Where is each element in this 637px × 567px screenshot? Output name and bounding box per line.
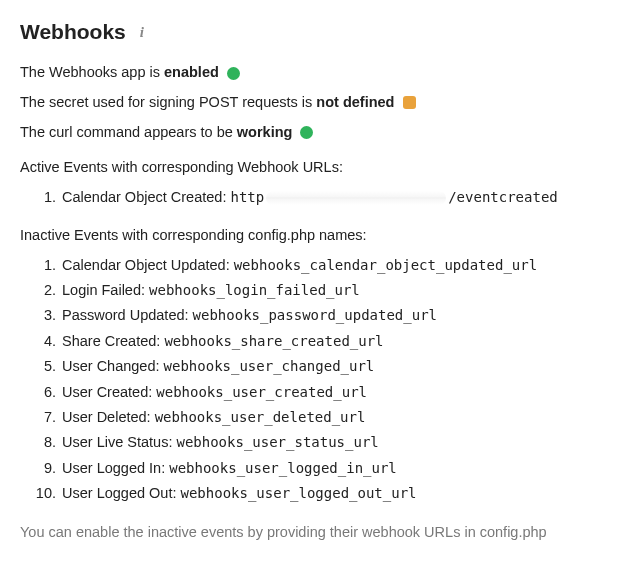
event-label: Calendar Object Created: <box>62 189 226 205</box>
status-dot-green-icon <box>227 67 240 80</box>
status-app: The Webhooks app is enabled <box>20 62 617 84</box>
list-item: Calendar Object Updated: webhooks_calend… <box>60 253 617 278</box>
status-app-state: enabled <box>164 64 219 80</box>
status-square-amber-icon <box>403 96 416 109</box>
list-item: User Live Status: webhooks_user_status_u… <box>60 430 617 455</box>
list-item: User Created: webhooks_user_created_url <box>60 380 617 405</box>
event-label: User Logged In: <box>62 460 165 476</box>
event-label: Login Failed: <box>62 282 145 298</box>
list-item: User Logged Out: webhooks_user_logged_ou… <box>60 481 617 506</box>
status-block: The Webhooks app is enabled The secret u… <box>20 62 617 143</box>
redacted-url <box>266 191 446 205</box>
config-name: webhooks_user_changed_url <box>164 358 375 374</box>
event-label: User Live Status: <box>62 434 172 450</box>
active-events-label: Active Events with corresponding Webhook… <box>20 159 617 175</box>
info-icon[interactable]: i <box>140 24 144 41</box>
list-item: Login Failed: webhooks_login_failed_url <box>60 278 617 303</box>
config-name: webhooks_user_logged_in_url <box>169 460 397 476</box>
event-label: Calendar Object Updated: <box>62 257 230 273</box>
event-label: User Deleted: <box>62 409 151 425</box>
list-item: Calendar Object Created: http/eventcreat… <box>60 185 617 210</box>
status-dot-green-icon <box>300 126 313 139</box>
footer-note: You can enable the inactive events by pr… <box>20 524 617 540</box>
config-name: webhooks_share_created_url <box>164 333 383 349</box>
status-curl-state: working <box>237 124 293 140</box>
active-events-list: Calendar Object Created: http/eventcreat… <box>20 185 617 210</box>
config-name: webhooks_login_failed_url <box>149 282 360 298</box>
list-item: Password Updated: webhooks_password_upda… <box>60 303 617 328</box>
event-url-prefix: http <box>230 189 264 205</box>
status-secret: The secret used for signing POST request… <box>20 92 617 114</box>
list-item: User Deleted: webhooks_user_deleted_url <box>60 405 617 430</box>
config-name: webhooks_user_deleted_url <box>155 409 366 425</box>
event-label: Share Created: <box>62 333 160 349</box>
status-curl-prefix: The curl command appears to be <box>20 124 237 140</box>
inactive-events-label: Inactive Events with corresponding confi… <box>20 227 617 243</box>
inactive-events-list: Calendar Object Updated: webhooks_calend… <box>20 253 617 507</box>
status-app-prefix: The Webhooks app is <box>20 64 164 80</box>
list-item: Share Created: webhooks_share_created_ur… <box>60 329 617 354</box>
config-name: webhooks_user_created_url <box>156 384 367 400</box>
page-title: Webhooks <box>20 20 126 44</box>
status-secret-prefix: The secret used for signing POST request… <box>20 94 316 110</box>
event-label: User Changed: <box>62 358 160 374</box>
list-item: User Changed: webhooks_user_changed_url <box>60 354 617 379</box>
config-name: webhooks_user_status_url <box>176 434 378 450</box>
config-name: webhooks_calendar_object_updated_url <box>234 257 537 273</box>
config-name: webhooks_password_updated_url <box>193 307 437 323</box>
list-item: User Logged In: webhooks_user_logged_in_… <box>60 456 617 481</box>
event-label: User Logged Out: <box>62 485 176 501</box>
status-secret-state: not defined <box>316 94 394 110</box>
config-name: webhooks_user_logged_out_url <box>181 485 417 501</box>
event-url-suffix: /eventcreated <box>448 189 558 205</box>
event-label: Password Updated: <box>62 307 189 323</box>
event-label: User Created: <box>62 384 152 400</box>
status-curl: The curl command appears to be working <box>20 122 617 144</box>
